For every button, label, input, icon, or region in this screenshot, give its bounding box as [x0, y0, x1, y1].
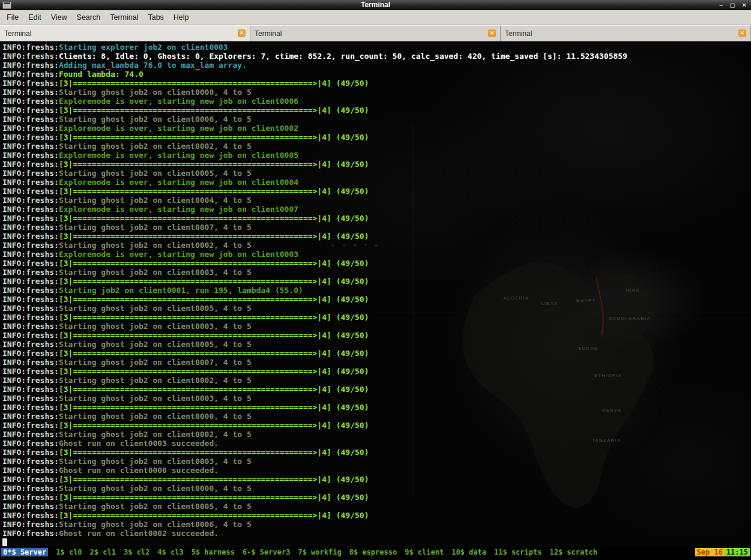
screen-window-4: 4$ cl3	[157, 548, 183, 556]
log-message: Exploremode is over, starting new job on…	[59, 97, 298, 106]
terminal-line: INFO:freshs:Starting ghost job2 on clien…	[2, 358, 751, 367]
menu-item-file[interactable]: File	[2, 11, 23, 23]
log-prefix: INFO:freshs:	[2, 223, 59, 232]
log-prefix: INFO:freshs:	[2, 259, 59, 268]
log-message: [3|=====================================…	[59, 259, 369, 268]
log-prefix: INFO:freshs:	[2, 214, 59, 223]
log-prefix: INFO:freshs:	[2, 250, 59, 259]
log-message: Starting ghost job2 on client0003, 4 to …	[59, 457, 252, 466]
log-prefix: INFO:freshs:	[2, 115, 59, 124]
menu-item-search[interactable]: Search	[72, 11, 106, 23]
terminal-cursor	[2, 538, 7, 546]
log-message: Adding max_lambda 76.0 to max_lam array.	[59, 61, 247, 70]
log-message: [3|=====================================…	[59, 106, 369, 115]
terminal-line: INFO:freshs:[3|=========================…	[2, 232, 751, 241]
menu-item-tabs[interactable]: Tabs	[143, 11, 168, 23]
log-message: [3|=====================================…	[59, 133, 369, 142]
log-prefix: INFO:freshs:	[2, 421, 59, 430]
log-message: Starting ghost job2 on client0002, 4 to …	[59, 241, 252, 250]
log-message: Starting ghost job2 on client0003, 4 to …	[59, 268, 252, 277]
log-message: Starting ghost job2 on client0005, 4 to …	[59, 340, 252, 349]
log-message: Exploremode is over, starting new job on…	[59, 178, 298, 187]
screen-window-0: 0*$ Server	[1, 548, 48, 556]
log-prefix: INFO:freshs:	[2, 106, 59, 115]
terminal-line: INFO:freshs:[3|=========================…	[2, 313, 751, 322]
terminal-line: INFO:freshs:Exploremode is over, startin…	[2, 205, 751, 214]
log-prefix: INFO:freshs:	[2, 448, 59, 457]
log-prefix: INFO:freshs:	[2, 151, 59, 160]
log-prefix: INFO:freshs:	[2, 178, 59, 187]
log-message: Starting explorer job2 on client0003	[59, 43, 228, 52]
terminal-line: INFO:freshs:Starting ghost job2 on clien…	[2, 169, 751, 178]
log-message: Ghost run on client0000 succeeded.	[59, 466, 219, 475]
tab-terminal-2[interactable]: Terminal✕	[250, 25, 501, 41]
menu-item-terminal[interactable]: Terminal	[105, 11, 143, 23]
log-prefix: INFO:freshs:	[2, 331, 59, 340]
close-tab-icon[interactable]: ✕	[488, 29, 496, 37]
log-message: Starting ghost job2 on client0007, 4 to …	[59, 358, 252, 367]
log-message: [3|=====================================…	[59, 403, 369, 412]
log-message: [3|=====================================…	[59, 160, 369, 169]
terminal-line: INFO:freshs:[3|=========================…	[2, 259, 751, 268]
log-prefix: INFO:freshs:	[2, 457, 59, 466]
terminal-screen[interactable]: N O R T HALGERIALIBYAEGYPTIRANSAUDI ARAB…	[0, 41, 751, 547]
log-prefix: INFO:freshs:	[2, 124, 59, 133]
log-message: Starting ghost job2 on client0004, 4 to …	[59, 196, 252, 205]
tab-terminal-1[interactable]: Terminal✕	[0, 25, 250, 41]
menu-bar: FileEditViewSearchTerminalTabsHelp	[0, 10, 751, 25]
terminal-line: INFO:freshs:[3|=========================…	[2, 133, 751, 142]
terminal-line: INFO:freshs:Starting ghost job2 on clien…	[2, 268, 751, 277]
close-icon[interactable]: ✕	[742, 0, 747, 10]
log-prefix: INFO:freshs:	[2, 322, 59, 331]
terminal-line: INFO:freshs:[3|=========================…	[2, 367, 751, 376]
menu-item-help[interactable]: Help	[169, 11, 194, 23]
log-prefix: INFO:freshs:	[2, 385, 59, 394]
log-message: Starting ghost job2 on client0000, 4 to …	[59, 88, 252, 97]
log-prefix: INFO:freshs:	[2, 160, 59, 169]
log-message: Starting ghost job2 on client0000, 4 to …	[59, 484, 252, 493]
screen-window-11: 11$ scripts	[494, 548, 541, 556]
terminal-line: INFO:freshs:[3|=========================…	[2, 349, 751, 358]
screen-window-12: 12$ scratch	[549, 548, 597, 556]
log-message: Found lambda: 74.0	[59, 70, 143, 79]
terminal-line: INFO:freshs:Starting ghost job2 on clien…	[2, 304, 751, 313]
log-prefix: INFO:freshs:	[2, 304, 59, 313]
screen-window-8: 8$ espresso	[349, 548, 397, 556]
tab-bar: Terminal✕Terminal✕Terminal✕	[0, 25, 751, 41]
terminal-line: INFO:freshs:[3|=========================…	[2, 277, 751, 286]
log-prefix: INFO:freshs:	[2, 493, 59, 502]
log-prefix: INFO:freshs:	[2, 142, 59, 151]
log-message: Starting ghost job2 on client0002, 4 to …	[59, 430, 252, 439]
tab-terminal-3[interactable]: Terminal✕	[501, 25, 751, 41]
log-message: Starting ghost job2 on client0005, 4 to …	[59, 169, 252, 178]
log-message: [3|=====================================…	[59, 214, 369, 223]
menu-item-view[interactable]: View	[46, 11, 72, 23]
menu-item-edit[interactable]: Edit	[23, 11, 46, 23]
terminal-line: INFO:freshs:Starting ghost job2 on clien…	[2, 340, 751, 349]
terminal-line	[2, 538, 751, 547]
minimize-icon[interactable]: –	[720, 0, 723, 10]
log-prefix: INFO:freshs:	[2, 295, 59, 304]
log-prefix: INFO:freshs:	[2, 439, 59, 448]
terminal-line: INFO:freshs:Starting ghost job2 on clien…	[2, 322, 751, 331]
close-tab-icon[interactable]: ✕	[738, 29, 746, 37]
terminal-line: INFO:freshs:Ghost run on client0002 succ…	[2, 529, 751, 538]
terminal-line: INFO:freshs:Exploremode is over, startin…	[2, 124, 751, 133]
terminal-line: INFO:freshs:[3|=========================…	[2, 511, 751, 520]
terminal-line: INFO:freshs:Starting job2 on client0001,…	[2, 286, 751, 295]
terminal-line: INFO:freshs:Starting explorer job2 on cl…	[2, 43, 751, 52]
log-prefix: INFO:freshs:	[2, 277, 59, 286]
close-tab-icon[interactable]: ✕	[238, 29, 246, 37]
maximize-icon[interactable]: ▢	[729, 0, 735, 10]
terminal-line: INFO:freshs:[3|=========================…	[2, 493, 751, 502]
log-prefix: INFO:freshs:	[2, 529, 59, 538]
terminal-line: INFO:freshs:[3|=========================…	[2, 403, 751, 412]
tab-label: Terminal	[505, 29, 532, 38]
screen-status-bar: 0*$ Server1$ cl02$ cl13$ cl24$ cl35$ har…	[0, 547, 751, 558]
title-bar[interactable]: Terminal – ▢ ✕	[0, 0, 751, 10]
log-prefix: INFO:freshs:	[2, 349, 59, 358]
terminal-line: INFO:freshs:Starting ghost job2 on clien…	[2, 412, 751, 421]
log-message: Starting ghost job2 on client0003, 4 to …	[59, 394, 252, 403]
terminal-line: INFO:freshs:Found lambda: 74.0	[2, 70, 751, 79]
terminal-line: INFO:freshs:[3|=========================…	[2, 385, 751, 394]
